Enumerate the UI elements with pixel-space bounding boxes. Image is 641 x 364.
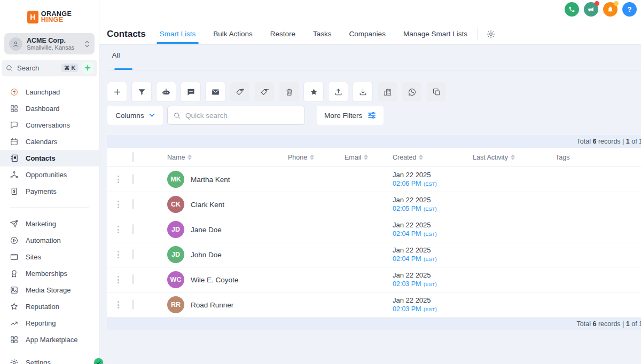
check-icon (96, 360, 101, 364)
topbar-quick-icons: ? (565, 2, 637, 17)
row-checkbox[interactable] (132, 199, 134, 209)
column-header-created[interactable]: Created (393, 154, 473, 161)
filter-row: Columns More Filters (107, 106, 641, 125)
sidebar-item-reputation[interactable]: Reputation (0, 298, 99, 315)
tab-all[interactable]: All (107, 45, 125, 59)
bell-icon[interactable] (603, 2, 617, 17)
ai-bot-button[interactable] (157, 82, 176, 101)
sidebar-item-memberships[interactable]: Memberships (0, 265, 99, 282)
sidebar-nav-primary: Launchpad Dashboard Conversations Calend… (0, 84, 99, 200)
tab-tasks[interactable]: Tasks (313, 30, 332, 39)
records-page: 1 (626, 138, 630, 145)
row-checkbox[interactable] (132, 274, 134, 284)
sidebar-item-marketing[interactable]: Marketing (0, 216, 99, 232)
column-header-email[interactable]: Email (345, 154, 393, 161)
sidebar-item-dashboard[interactable]: Dashboard (0, 100, 99, 117)
tab-restore[interactable]: Restore (270, 30, 295, 39)
megaphone-icon[interactable] (584, 2, 598, 17)
send-email-button[interactable] (206, 82, 225, 101)
row-checkbox[interactable] (132, 299, 134, 310)
app-window: H ORANGE HINGE ACME Corp. Smallville, Ka… (0, 0, 641, 364)
column-header-last-activity[interactable]: Last Activity (473, 154, 556, 161)
table-row[interactable]: RRRoad Runner Jan 22 202502:03 PM (EST) (107, 292, 641, 318)
tab-bulk-actions[interactable]: Bulk Actions (213, 30, 253, 39)
phone-icon[interactable] (565, 2, 579, 17)
sidebar-item-conversations[interactable]: Conversations (0, 117, 99, 133)
sidebar-search[interactable]: Search ⌘ K (2, 60, 97, 76)
sidebar-item-automation[interactable]: Automation (0, 232, 99, 249)
records-page: 1 (626, 320, 630, 328)
row-menu-button[interactable] (107, 176, 129, 183)
contacts-icon (10, 154, 19, 163)
favorite-button[interactable] (304, 82, 323, 101)
ai-spark-icon[interactable] (82, 62, 93, 74)
sidebar-item-app-marketplace[interactable]: App Marketplace (0, 331, 99, 348)
whatsapp-button[interactable] (402, 82, 421, 101)
building-icon (383, 88, 392, 97)
table-header-row: Name Phone Email Created Last Activity T… (107, 148, 641, 167)
column-header-name[interactable]: Name (167, 154, 288, 161)
sidebar-item-opportunities[interactable]: Opportunities (0, 167, 99, 183)
more-filters-button[interactable]: More Filters (317, 106, 384, 125)
sidebar-item-launchpad[interactable]: Launchpad (0, 84, 99, 100)
account-switcher[interactable]: ACME Corp. Smallville, Kansas (4, 33, 95, 54)
row-menu-button[interactable] (107, 226, 129, 233)
sidebar-item-reporting[interactable]: Reporting (0, 315, 99, 331)
row-checkbox[interactable] (132, 224, 134, 234)
send-sms-button[interactable] (181, 82, 200, 101)
filter-button[interactable] (132, 82, 151, 101)
contact-name: Jane Doe (191, 226, 222, 234)
row-checkbox[interactable] (132, 249, 134, 259)
row-menu-button[interactable] (107, 276, 129, 283)
table-row[interactable]: WCWile E. Coyote Jan 22 202502:03 PM (ES… (107, 267, 641, 292)
created-date: Jan 22 2025 (393, 296, 473, 304)
remove-tag-button[interactable] (255, 82, 274, 101)
avatar: RR (167, 296, 184, 313)
search-shortcut: ⌘ K (61, 64, 78, 72)
columns-button[interactable]: Columns (107, 106, 163, 125)
sidebar-item-payments[interactable]: Payments (0, 183, 99, 200)
sidebar-item-label: Payments (26, 187, 57, 195)
smart-list-settings-button[interactable] (486, 29, 496, 39)
created-time: 02:04 PM (393, 230, 421, 238)
sidebar-item-calendars[interactable]: Calendars (0, 133, 99, 150)
tab-manage-smart-lists[interactable]: Manage Smart Lists (403, 30, 467, 39)
column-header-tags[interactable]: Tags (556, 154, 641, 161)
import-button[interactable] (353, 82, 372, 101)
status-check-button[interactable] (94, 358, 103, 364)
tab-companies[interactable]: Companies (349, 30, 386, 39)
sidebar-item-label: Memberships (26, 270, 67, 278)
select-all-checkbox[interactable] (132, 152, 134, 162)
avatar: JD (167, 246, 184, 263)
add-tag-button[interactable] (230, 82, 249, 101)
table-row[interactable]: JDJohn Doe Jan 22 202502:04 PM (EST) (107, 242, 641, 267)
records-summary-top: Total 6 records | 1 of 1 Pages (107, 135, 641, 148)
add-contact-button[interactable] (107, 82, 127, 101)
quick-search-input[interactable] (185, 112, 299, 120)
row-menu-button[interactable] (107, 201, 129, 208)
sidebar-item-media-storage[interactable]: Media Storage (0, 282, 99, 298)
sidebar-nav-secondary: Marketing Automation Sites Memberships M… (0, 216, 99, 348)
row-menu-button[interactable] (107, 251, 129, 258)
table-row[interactable]: MKMartha Kent Jan 22 202502:06 PM (EST) (107, 167, 641, 192)
export-button[interactable] (329, 82, 348, 101)
row-menu-button[interactable] (107, 301, 129, 308)
merge-contacts-button[interactable] (427, 82, 446, 101)
sidebar-item-label: Settings (26, 359, 51, 364)
row-checkbox[interactable] (132, 174, 134, 184)
add-to-company-button[interactable] (378, 82, 397, 101)
help-icon[interactable]: ? (622, 2, 637, 17)
table-row[interactable]: JDJane Doe Jan 22 202502:04 PM (EST) (107, 217, 641, 242)
delete-button[interactable] (279, 82, 299, 101)
sidebar-item-contacts[interactable]: Contacts (0, 150, 99, 167)
tab-smart-lists[interactable]: Smart Lists (160, 30, 196, 39)
contacts-table: Name Phone Email Created Last Activity T… (107, 148, 641, 318)
sidebar-item-settings[interactable]: Settings (0, 354, 99, 364)
sidebar-item-sites[interactable]: Sites (0, 249, 99, 265)
column-label: Last Activity (473, 154, 508, 161)
sidebar-item-label: Opportunities (26, 171, 67, 179)
column-header-phone[interactable]: Phone (288, 154, 345, 161)
records-label: records | (596, 320, 626, 328)
chat-bubble-icon (186, 88, 196, 97)
table-row[interactable]: CKClark Kent Jan 22 202502:05 PM (EST) (107, 192, 641, 217)
